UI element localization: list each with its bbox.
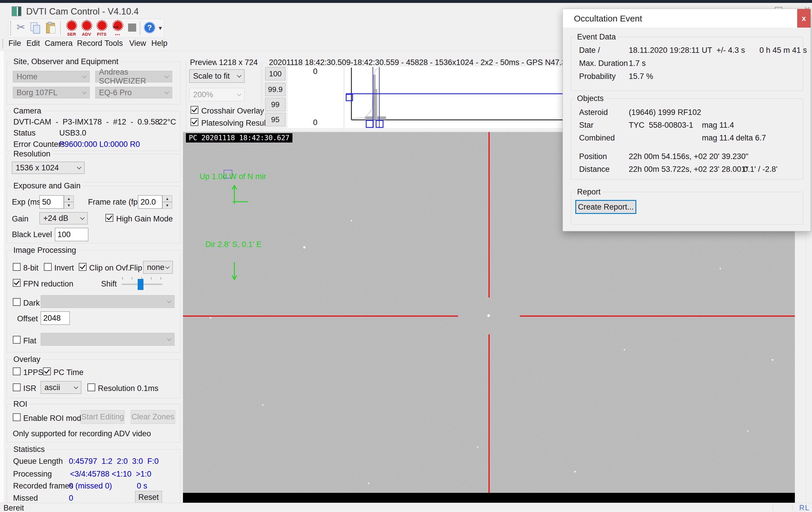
enable-roi-label: Enable ROI mode (23, 414, 86, 423)
zoom-level-select[interactable]: 200% (190, 88, 244, 101)
gain-label: Gain (12, 214, 28, 223)
roi-group: ROI Enable ROI mode Start Editing Clear … (7, 404, 180, 442)
pctime-checkbox[interactable] (43, 367, 51, 375)
high-gain-label: High Gain Mode (116, 214, 173, 223)
dark-select[interactable] (41, 295, 175, 308)
resolution01-checkbox[interactable] (87, 384, 95, 391)
menubar-grip[interactable] (2, 39, 3, 48)
zoom-level-value: 200% (193, 90, 213, 99)
observer-select[interactable]: Andreas SCHWEIZER (95, 71, 172, 83)
exposure-group: Exposure and Gain Exp (ms) 50 ▲▼ Frame r… (7, 186, 180, 243)
reset-button[interactable]: Reset (135, 491, 162, 504)
mount-select[interactable]: EQ-6 Pro (95, 87, 172, 98)
site-select[interactable]: Home (13, 71, 90, 83)
target-star (487, 314, 490, 317)
observer-select-value: Andreas SCHWEIZER (99, 68, 169, 86)
menu-file[interactable]: File (8, 39, 21, 48)
telescope-select[interactable]: Borg 107FL (13, 87, 90, 98)
stop-button[interactable] (128, 24, 136, 32)
menu-view[interactable]: View (129, 39, 146, 48)
toolbar-overflow-caret-icon[interactable]: ▼ (158, 25, 163, 31)
exp-spinner[interactable]: ▲▼ (64, 195, 74, 209)
menu-edit[interactable]: Edit (26, 39, 40, 48)
spin-up-icon: ▲ (64, 195, 74, 202)
clip-checkbox[interactable] (79, 263, 87, 271)
camera-description: DVTI-CAM - P3-IMX178 - #12 - 0.9.58 (13, 118, 160, 126)
menu-camera[interactable]: Camera (45, 39, 72, 48)
copy-icon[interactable] (30, 22, 40, 33)
dark-checkbox[interactable] (13, 298, 21, 306)
percentile-100-button[interactable]: 100 (265, 67, 286, 81)
toolbar-separator (60, 21, 61, 35)
percentile-95-button[interactable]: 95 (265, 113, 286, 126)
menu-record[interactable]: Record (77, 39, 102, 48)
star-mag: mag 11.4 (702, 121, 734, 130)
roi-note: Only supported for recording ADV video (13, 429, 151, 438)
missed-value: 0 (69, 494, 73, 503)
dialog-title-bar[interactable]: Occultation Event x (563, 9, 811, 28)
crosshair-vertical-top (489, 132, 490, 298)
occultation-dialog[interactable]: Occultation Event x Event Data Date / 18… (562, 9, 811, 231)
help-button[interactable]: ? (144, 22, 155, 33)
flip-select-value: none (147, 263, 164, 272)
menu-tools[interactable]: Tools (105, 39, 123, 48)
isr-checkbox[interactable] (13, 384, 21, 391)
gain-select[interactable]: +24 dB (39, 212, 88, 224)
offset-input[interactable]: 2048 (41, 311, 70, 325)
distance-label: Distance (579, 165, 610, 174)
crosshair-overlay-checkbox[interactable] (191, 106, 198, 114)
start-editing-button[interactable]: Start Editing (81, 410, 124, 424)
clip-label: Clip on Ovf. (89, 264, 130, 273)
percentile-99.9-button[interactable]: 99.9 (265, 83, 286, 96)
platesolving-label: Platesolving Result (201, 119, 268, 128)
black-level-input[interactable]: 100 (55, 228, 88, 241)
shift-slider[interactable] (122, 277, 162, 292)
framerate-spinner[interactable]: ▲▼ (162, 195, 172, 209)
flat-checkbox[interactable] (13, 336, 21, 344)
platesolving-checkbox[interactable] (191, 118, 198, 126)
scale-mode-value: Scale to fit (193, 72, 230, 81)
percentile-zero-bottom: 0 (313, 118, 317, 127)
event-data-group: Event Data Date / 18.11.2020 19:28:11 UT… (571, 37, 803, 91)
record-trigger-button[interactable]: ↔ ... (111, 20, 125, 36)
high-gain-checkbox[interactable] (106, 214, 113, 222)
8bit-checkbox[interactable] (13, 263, 21, 271)
pctime-label: PC Time (53, 368, 84, 377)
isr-format-select[interactable]: ascii (41, 381, 81, 394)
queue-length-label: Queue Length (13, 457, 63, 466)
clear-zones-button[interactable]: Clear Zones (131, 410, 175, 424)
1pps-checkbox[interactable] (13, 367, 21, 375)
exp-input[interactable]: 50 (39, 195, 64, 209)
exp-value: 50 (42, 198, 51, 207)
frame-header: 20201118 18:42:30.509-18:42:30.559 - 458… (267, 58, 568, 67)
chevron-down-icon (80, 215, 85, 220)
record-ser-button[interactable]: SER (65, 20, 78, 36)
status-separator-1 (773, 505, 773, 511)
flat-select[interactable] (41, 333, 175, 346)
scale-mode-select[interactable]: Scale to fit (190, 69, 244, 83)
flip-select[interactable]: none (143, 261, 173, 274)
invert-checkbox[interactable] (44, 263, 52, 271)
fpn-checkbox[interactable] (13, 279, 21, 287)
black-level-label: Black Level (12, 230, 52, 239)
create-report-button[interactable]: Create Report... (576, 200, 636, 214)
dialog-close-button[interactable]: x (797, 9, 811, 28)
percentile-99-button[interactable]: 99 (265, 98, 286, 111)
slider-thumb[interactable] (138, 279, 143, 290)
toolbar-grip[interactable] (10, 21, 11, 35)
exp-label: Exp (ms) (12, 198, 43, 207)
site-group: Site, Observer and Equipment Home Andrea… (7, 62, 180, 104)
site-select-value: Home (17, 72, 37, 81)
paste-icon[interactable] (46, 22, 57, 34)
reset-label: Reset (138, 493, 159, 502)
resolution-select[interactable]: 1536 x 1024 (12, 162, 85, 174)
menu-help[interactable]: Help (151, 39, 168, 48)
record-fits-button[interactable]: FITS (95, 20, 108, 36)
asteroid-value: (19646) 1999 RF102 (629, 108, 701, 117)
status-text: Bereit (3, 504, 24, 512)
cut-icon[interactable]: ✂ (17, 21, 25, 33)
spin-up-icon: ▲ (162, 195, 172, 202)
record-adv-button[interactable]: ADV (81, 20, 93, 36)
framerate-input[interactable]: 20.0 (138, 195, 162, 209)
enable-roi-checkbox[interactable] (13, 413, 21, 421)
